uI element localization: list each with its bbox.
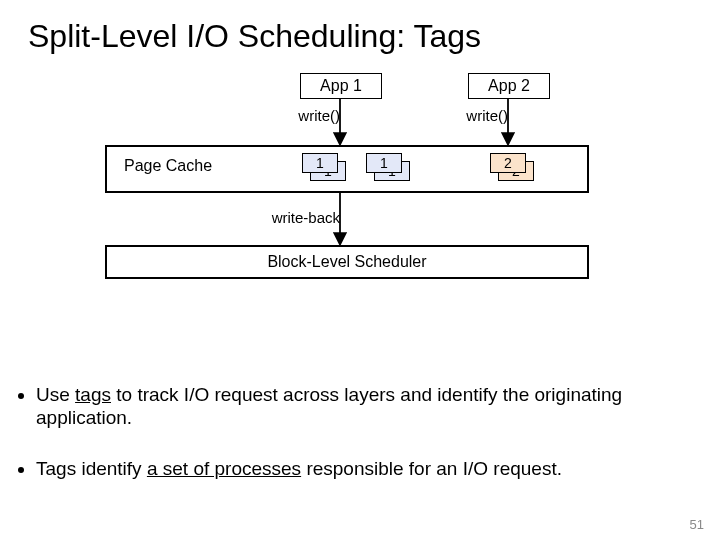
bullet-list: Use tags to track I/O request across lay… xyxy=(0,379,720,481)
page-cache-label: Page Cache xyxy=(124,157,212,175)
tag-3-front: 2 xyxy=(490,153,526,173)
bullet-1: Use tags to track I/O request across lay… xyxy=(36,383,684,429)
bullet-2: Tags identify a set of processes respons… xyxy=(36,457,684,480)
bullet-1-post: to track I/O request across layers and i… xyxy=(36,384,622,428)
diagram-area: App 1 App 2 write() write() Page Cache 1… xyxy=(0,63,720,363)
tag-2-front: 1 xyxy=(366,153,402,173)
writeback-label: write-back xyxy=(268,209,340,226)
tag-1-front: 1 xyxy=(302,153,338,173)
write2-label: write() xyxy=(456,107,508,124)
bullet-1-underline: tags xyxy=(75,384,111,405)
app2-box: App 2 xyxy=(468,73,550,99)
write1-label: write() xyxy=(288,107,340,124)
bullet-2-underline: a set of processes xyxy=(147,458,301,479)
slide-number: 51 xyxy=(690,517,704,532)
arrows-layer xyxy=(0,63,720,363)
bullet-2-post: responsible for an I/O request. xyxy=(301,458,562,479)
bullet-1-pre: Use xyxy=(36,384,75,405)
block-scheduler-box: Block-Level Scheduler xyxy=(105,245,589,279)
slide-title: Split-Level I/O Scheduling: Tags xyxy=(0,0,720,63)
app1-box: App 1 xyxy=(300,73,382,99)
bullet-2-pre: Tags identify xyxy=(36,458,147,479)
